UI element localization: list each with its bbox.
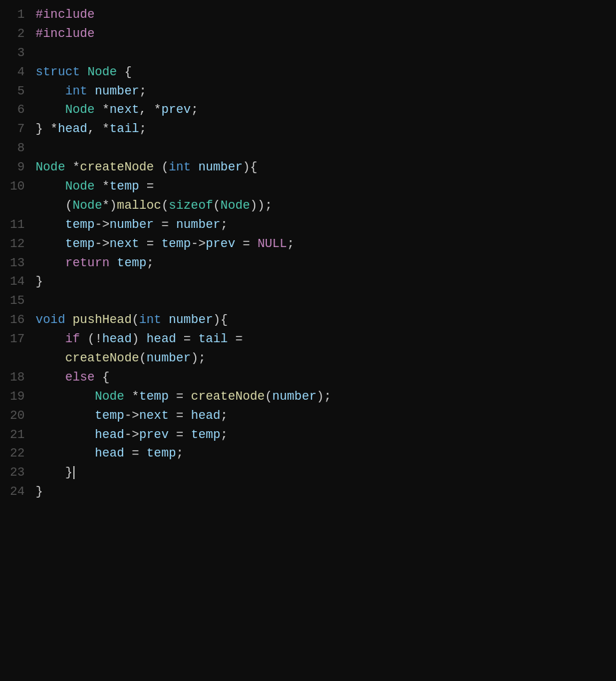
line-number: 14: [0, 272, 36, 292]
line-content: Node *next, *prev;: [36, 101, 616, 120]
line-number: 10: [0, 177, 36, 196]
line-content: int number;: [36, 82, 616, 101]
code-line: 9Node *createNode (int number){: [0, 158, 616, 177]
line-number: 13: [0, 254, 36, 273]
code-line: 24}: [0, 483, 616, 502]
code-line: 8: [0, 139, 616, 158]
line-content: void pushHead(int number){: [36, 311, 616, 330]
line-number: 24: [0, 483, 36, 502]
line-content: }: [36, 272, 616, 292]
line-number: 1: [0, 5, 36, 25]
line-content: (Node*)malloc(sizeof(Node));: [36, 196, 616, 216]
code-line: 3: [0, 44, 616, 63]
code-line: 12 temp->next = temp->prev = NULL;: [0, 235, 616, 254]
line-content: if (!head) head = tail =: [36, 330, 616, 349]
line-content: head = temp;: [36, 444, 616, 463]
code-line: 4struct Node {: [0, 63, 616, 82]
code-line: 23 }: [0, 463, 616, 483]
code-line: 6 Node *next, *prev;: [0, 101, 616, 120]
line-number: 19: [0, 387, 36, 407]
line-content: temp->number = number;: [36, 216, 616, 235]
line-content: temp->next = temp->prev = NULL;: [36, 235, 616, 254]
line-number: 15: [0, 292, 36, 311]
code-editor: 1#include 2#include 34struct Node {5 int…: [0, 0, 616, 507]
line-number: 11: [0, 216, 36, 235]
line-content: Node *temp =: [36, 177, 616, 196]
line-number: 20: [0, 407, 36, 426]
line-number: 5: [0, 82, 36, 101]
code-line: 14}: [0, 272, 616, 292]
line-content: } *head, *tail;: [36, 120, 616, 139]
code-line: 13 return temp;: [0, 254, 616, 273]
code-line: 22 head = temp;: [0, 444, 616, 463]
line-number: 17: [0, 330, 36, 349]
code-line: 2#include: [0, 25, 616, 44]
line-number: 2: [0, 25, 36, 44]
code-line: 15: [0, 292, 616, 311]
line-number: 3: [0, 44, 36, 63]
code-line: 21 head->prev = temp;: [0, 426, 616, 445]
line-content: head->prev = temp;: [36, 426, 616, 445]
line-number: 6: [0, 101, 36, 120]
code-line: 17 if (!head) head = tail =: [0, 330, 616, 349]
line-number: 16: [0, 311, 36, 330]
line-content: }: [36, 463, 616, 483]
line-content: Node *temp = createNode(number);: [36, 387, 616, 407]
line-number: 8: [0, 139, 36, 158]
line-content: #include: [36, 25, 616, 44]
line-content: temp->next = head;: [36, 407, 616, 426]
line-content: else {: [36, 368, 616, 387]
line-number: 18: [0, 368, 36, 387]
code-line: 20 temp->next = head;: [0, 407, 616, 426]
code-line: 10 Node *temp =: [0, 177, 616, 196]
line-content: struct Node {: [36, 63, 616, 82]
code-line: 11 temp->number = number;: [0, 216, 616, 235]
line-number: 4: [0, 63, 36, 82]
code-line: 19 Node *temp = createNode(number);: [0, 387, 616, 407]
line-content: return temp;: [36, 254, 616, 273]
line-number: 22: [0, 444, 36, 463]
line-number: 9: [0, 158, 36, 177]
code-line: createNode(number);: [0, 349, 616, 368]
code-line: 18 else {: [0, 368, 616, 387]
line-number: 12: [0, 235, 36, 254]
line-content: }: [36, 483, 616, 502]
line-number: 23: [0, 463, 36, 483]
line-number: 21: [0, 426, 36, 445]
line-content: #include: [36, 5, 616, 25]
line-content: Node *createNode (int number){: [36, 158, 616, 177]
code-line: 7} *head, *tail;: [0, 120, 616, 139]
line-number: 7: [0, 120, 36, 139]
code-line: 16void pushHead(int number){: [0, 311, 616, 330]
code-line: (Node*)malloc(sizeof(Node));: [0, 196, 616, 216]
code-line: 1#include: [0, 5, 616, 25]
line-content: createNode(number);: [36, 349, 616, 368]
code-line: 5 int number;: [0, 82, 616, 101]
